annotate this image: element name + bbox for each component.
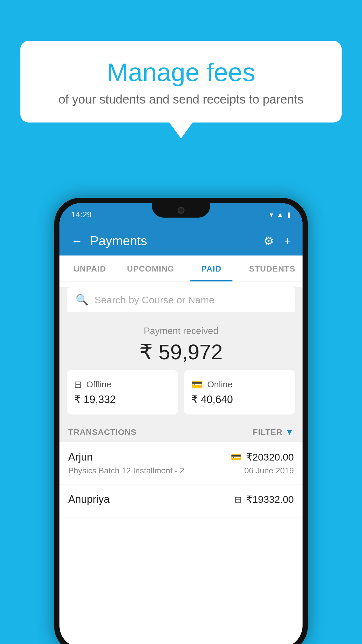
header-right: ⚙ + — [263, 234, 291, 248]
speech-bubble-title: Manage fees — [38, 58, 324, 87]
filter-icon: ▼ — [285, 428, 294, 437]
online-label: Online — [207, 379, 233, 389]
transaction-course: Physics Batch 12 Installment - 2 — [68, 466, 184, 475]
tab-paid[interactable]: PAID — [181, 256, 242, 281]
phone-frame: 14:29 ▾ ▲ ▮ ← Payments ⚙ + UNPAID U — [54, 198, 308, 644]
header-title: Payments — [90, 234, 147, 248]
transaction-item[interactable]: Arjun 💳 ₹20320.00 Physics Batch 12 Insta… — [59, 442, 303, 484]
content-area: 🔍 Search by Course or Name Payment recei… — [59, 287, 303, 517]
transaction-name: Arjun — [68, 451, 93, 463]
transaction-amount: ₹19332.00 — [246, 494, 294, 505]
tabs-bar: UNPAID UPCOMING PAID STUDENTS — [59, 256, 303, 281]
transaction-row-bottom: Physics Batch 12 Installment - 2 06 June… — [68, 466, 294, 475]
transaction-amount: ₹20320.00 — [246, 451, 294, 463]
offline-payment-card: ⊟ Offline ₹ 19,332 — [67, 370, 178, 414]
search-bar[interactable]: 🔍 Search by Course or Name — [67, 287, 295, 312]
search-icon: 🔍 — [75, 294, 89, 306]
transaction-row-top: Arjun 💳 ₹20320.00 — [68, 451, 294, 463]
transaction-date: 06 June 2019 — [244, 466, 294, 475]
settings-icon[interactable]: ⚙ — [263, 234, 274, 248]
offline-icon: ⊟ — [74, 379, 82, 390]
payment-total-amount: ₹ 59,972 — [67, 340, 295, 364]
status-icons: ▾ ▲ ▮ — [270, 211, 291, 219]
offline-amount: ₹ 19,332 — [74, 393, 171, 406]
online-icon: 💳 — [191, 379, 203, 390]
transaction-item[interactable]: Anupriya ⊟ ₹19332.00 — [59, 484, 303, 517]
payment-type-icon: 💳 — [231, 452, 242, 462]
tab-students[interactable]: STUDENTS — [242, 256, 303, 281]
phone-camera — [178, 207, 184, 214]
app-header: ← Payments ⚙ + — [59, 226, 303, 256]
transactions-list: Arjun 💳 ₹20320.00 Physics Batch 12 Insta… — [59, 442, 303, 517]
search-placeholder: Search by Course or Name — [94, 294, 215, 306]
transactions-label: TRANSACTIONS — [68, 428, 136, 437]
tab-upcoming[interactable]: UPCOMING — [120, 256, 181, 281]
status-bar: 14:29 ▾ ▲ ▮ — [59, 203, 303, 226]
transactions-header: TRANSACTIONS FILTER ▼ — [59, 422, 303, 442]
speech-bubble: Manage fees of your students and send re… — [20, 41, 342, 123]
payment-cards: ⊟ Offline ₹ 19,332 💳 Online ₹ 40,640 — [59, 370, 303, 422]
transaction-amount-row: 💳 ₹20320.00 — [231, 451, 294, 463]
speech-bubble-arrow — [169, 123, 193, 139]
signal-icon: ▲ — [277, 211, 284, 219]
transaction-amount-row: ⊟ ₹19332.00 — [234, 494, 294, 505]
filter-button[interactable]: FILTER ▼ — [253, 428, 294, 437]
offline-card-header: ⊟ Offline — [74, 379, 171, 390]
transaction-row-top: Anupriya ⊟ ₹19332.00 — [68, 493, 294, 505]
add-icon[interactable]: + — [284, 235, 291, 248]
transaction-name: Anupriya — [68, 493, 110, 505]
header-left: ← Payments — [71, 234, 147, 248]
online-payment-card: 💳 Online ₹ 40,640 — [184, 370, 295, 414]
back-button[interactable]: ← — [71, 235, 83, 248]
payment-type-icon: ⊟ — [234, 494, 242, 505]
phone-screen: 14:29 ▾ ▲ ▮ ← Payments ⚙ + UNPAID U — [59, 203, 303, 644]
wifi-icon: ▾ — [270, 211, 273, 219]
online-amount: ₹ 40,640 — [191, 393, 288, 406]
payment-received-label: Payment received — [67, 326, 295, 336]
battery-icon: ▮ — [287, 211, 291, 219]
offline-label: Offline — [86, 379, 111, 389]
phone-notch — [152, 203, 210, 218]
speech-bubble-container: Manage fees of your students and send re… — [20, 41, 342, 139]
tab-unpaid[interactable]: UNPAID — [59, 256, 120, 281]
phone-time: 14:29 — [71, 210, 92, 219]
online-card-header: 💳 Online — [191, 379, 288, 390]
filter-label: FILTER — [253, 428, 282, 437]
speech-bubble-subtitle: of your students and send receipts to pa… — [38, 92, 324, 106]
payment-summary: Payment received ₹ 59,972 — [59, 315, 303, 370]
